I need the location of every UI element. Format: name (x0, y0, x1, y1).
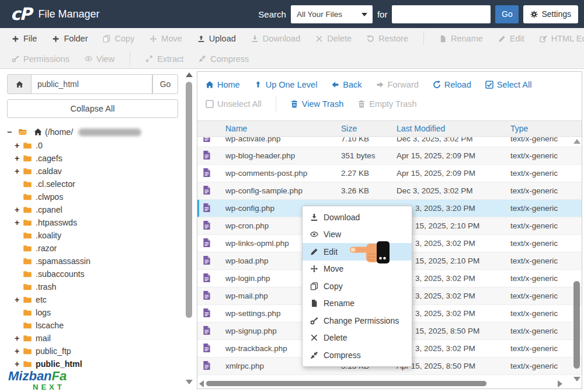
expand-toggle[interactable]: + (15, 203, 23, 216)
tree-item[interactable]: lscache (7, 319, 178, 332)
table-header: Name Size Last Modified Type (197, 120, 582, 137)
expand-toggle[interactable]: + (15, 345, 23, 358)
context-menu-item[interactable]: Download (303, 209, 412, 226)
folder-open-icon (18, 128, 27, 136)
search-go-button[interactable]: Go (495, 5, 519, 23)
tree-item[interactable]: .cl.selector (7, 178, 178, 190)
context-menu-item[interactable]: Change Permissions (303, 312, 412, 329)
toolbar-icon (52, 35, 60, 43)
scroll-up-arrow-icon[interactable] (573, 139, 580, 144)
tree-item[interactable]: .razor (7, 242, 178, 255)
tree-item[interactable]: + .0 (7, 139, 178, 152)
tree-item[interactable]: logs (7, 306, 178, 319)
expand-toggle[interactable]: + (15, 216, 23, 229)
context-menu-item[interactable]: Delete (303, 329, 412, 347)
tree-item[interactable]: .spamassassin (7, 255, 178, 268)
horizontal-scrollbar-thumb[interactable] (206, 381, 486, 386)
expand-toggle[interactable]: + (15, 293, 23, 306)
table-vertical-scrollbar[interactable] (573, 138, 580, 381)
context-menu-item[interactable]: Edit (303, 243, 412, 261)
context-menu-item[interactable]: View (303, 226, 412, 244)
toolbar-button-label: Folder (64, 34, 88, 43)
scroll-up-arrow-icon[interactable] (186, 72, 193, 77)
file-icon-cell (202, 273, 225, 285)
context-menu-icon (310, 248, 318, 256)
toolbar-button[interactable]: Folder (52, 34, 88, 43)
nav-link[interactable]: Up One Level (254, 80, 318, 89)
file-modified: 3, 2025, 3:02 PM (397, 274, 510, 283)
expand-toggle[interactable]: + (15, 152, 23, 165)
toolbar-button-label: View (96, 54, 114, 64)
tree-item[interactable]: + .caldav (7, 165, 178, 178)
tree-item[interactable]: .clwpos (7, 190, 178, 203)
file-type: text/x-generic (510, 327, 582, 335)
file-type: text/x-generic (510, 256, 582, 265)
expand-toggle[interactable]: + (15, 165, 23, 178)
file-icon-cell (202, 168, 225, 179)
scroll-down-arrow-icon[interactable] (186, 380, 193, 384)
sidebar-scrollbar[interactable] (185, 71, 193, 387)
column-header-modified[interactable]: Last Modified (397, 124, 510, 133)
vertical-scrollbar-thumb[interactable] (573, 281, 580, 369)
file-icon-cell (202, 238, 225, 249)
home-button[interactable] (7, 74, 32, 94)
tree-item[interactable]: + mail (7, 332, 178, 345)
tree-item[interactable]: + .htpasswds (7, 216, 178, 229)
path-go-button[interactable]: Go (152, 74, 178, 94)
file-icon (202, 137, 211, 143)
table-horizontal-scrollbar[interactable] (199, 380, 563, 387)
context-menu-item-label: Copy (324, 282, 343, 291)
table-row[interactable]: wp-config-sample.php 3.26 KB Dec 3, 2025… (197, 182, 582, 200)
toolbar-button-label: Edit (510, 34, 524, 43)
table-row[interactable]: wp-blog-header.php 351 bytes Apr 15, 202… (197, 147, 582, 165)
tree-item[interactable]: + .cpanel (7, 203, 178, 216)
nav-link[interactable]: Back (331, 80, 361, 89)
tree-item[interactable]: .koality (7, 229, 178, 242)
context-menu-item[interactable]: Copy (303, 277, 412, 295)
context-menu-item[interactable]: Rename (303, 295, 412, 313)
nav-link[interactable]: Home (206, 80, 240, 89)
toolbar-button: Move (150, 34, 182, 43)
tree-item[interactable]: + public_ftp (7, 345, 178, 358)
file-icon-cell (202, 220, 225, 232)
nav-link[interactable]: View Trash (290, 99, 343, 109)
search-label: Search (258, 9, 286, 19)
context-menu-icon (310, 334, 318, 342)
tree-item[interactable]: + etc (7, 293, 178, 306)
collapse-toggle[interactable]: − (7, 125, 15, 139)
tree-item[interactable]: .trash (7, 280, 178, 293)
nav-link[interactable]: Select All (485, 80, 532, 89)
toolbar-button[interactable]: Upload (197, 34, 236, 43)
scroll-down-arrow-icon[interactable] (573, 377, 580, 381)
toolbar-icon (251, 35, 259, 43)
tree-item-label: .trash (36, 280, 56, 293)
column-header-size[interactable]: Size (341, 124, 397, 133)
expand-toggle[interactable]: + (15, 139, 23, 152)
path-input[interactable] (32, 74, 152, 94)
collapse-all-button[interactable]: Collapse All (7, 99, 178, 118)
context-menu-item[interactable]: Compress (303, 346, 412, 364)
search-scope-select[interactable]: All Your Files (291, 5, 373, 23)
tree-root-item[interactable]: − (/home/ (7, 125, 178, 139)
file-icon (202, 150, 211, 160)
scroll-left-arrow-icon[interactable] (199, 380, 204, 387)
toolbar-button[interactable]: File (12, 34, 37, 43)
search-input[interactable] (392, 5, 491, 23)
folder-icon (23, 206, 32, 214)
sidebar-scrollbar-thumb[interactable] (186, 82, 192, 318)
scroll-right-arrow-icon[interactable] (558, 380, 562, 387)
tree-item[interactable]: + .cagefs (7, 152, 178, 165)
context-menu-icon (310, 230, 318, 238)
column-header-name[interactable]: Name (225, 124, 341, 133)
table-row[interactable]: wp-comments-post.php 2.27 KB Apr 15, 202… (197, 165, 582, 182)
settings-button[interactable]: Settings (523, 5, 578, 23)
nav-link[interactable]: Reload (433, 80, 471, 89)
context-menu-item[interactable]: Move (303, 261, 412, 278)
table-row[interactable]: wp-activate.php 7.10 KB Dec 3, 2025, 3:0… (197, 137, 582, 147)
toolbar-icon (103, 35, 110, 43)
expand-toggle[interactable]: + (15, 332, 23, 345)
toolbar-button: Edit (498, 34, 524, 43)
column-header-type[interactable]: Type (510, 124, 582, 133)
tree-item[interactable]: .subaccounts (7, 268, 178, 280)
nav-link-label: Empty Trash (369, 99, 416, 109)
